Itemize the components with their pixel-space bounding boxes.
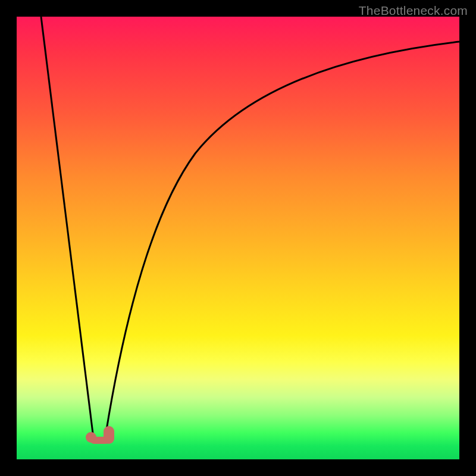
marker-right-lobe (104, 426, 114, 444)
chart-frame: TheBottleneck.com (0, 0, 476, 476)
curve-right-limb (106, 42, 459, 433)
curve-left-limb (41, 17, 93, 433)
watermark-text: TheBottleneck.com (359, 4, 468, 18)
bottleneck-curve (17, 17, 459, 459)
plot-area (17, 17, 459, 459)
